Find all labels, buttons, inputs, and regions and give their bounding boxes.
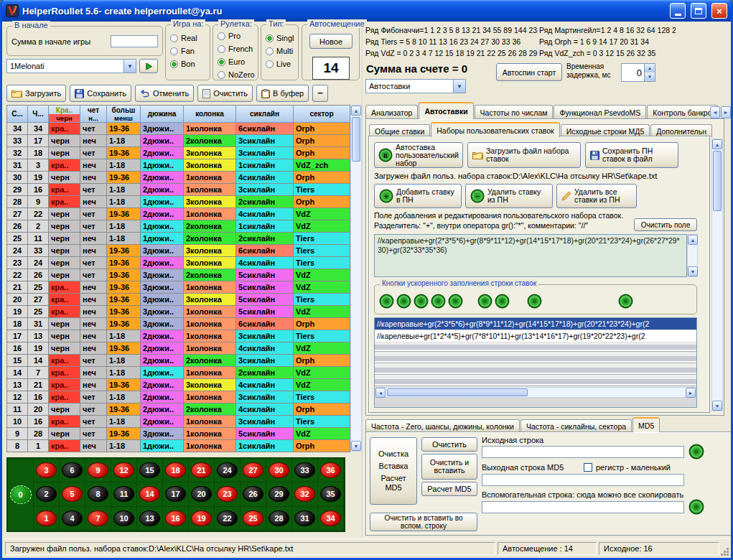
chevron-down-icon[interactable]: ▼ [123, 60, 136, 73]
table-row[interactable]: 1713черннеч1-182дюжи..1колонка3сиклайнTi… [7, 330, 350, 342]
add-bet-button[interactable]: + Добавить ставку в ПН [374, 184, 462, 208]
table-row[interactable]: 1925кра..неч19-363дюжи..1колонка5сиклайн… [7, 306, 350, 318]
board-cell[interactable]: 2 [34, 482, 60, 506]
load-bet-file-button[interactable]: Загрузить файл набора ставок [467, 142, 581, 168]
board-cell[interactable]: 12 [111, 459, 137, 482]
board-cell[interactable]: 14 [137, 482, 163, 506]
board-number[interactable]: 13 [139, 510, 160, 526]
radio-option-euro[interactable]: Euro [218, 56, 258, 67]
resize-grip[interactable] [727, 554, 729, 556]
board-number[interactable]: 28 [269, 510, 289, 526]
list-item[interactable]: //карелевые+gr(1*2*4*5)+gr(7*8*10*11)+gr… [375, 330, 696, 342]
scroll-down-icon[interactable]: ▼ [688, 266, 698, 276]
board-number[interactable]: 3 [36, 462, 57, 478]
scroll-down-icon[interactable]: ▼ [351, 441, 361, 451]
preset-combo[interactable]: 1Melonati ▼ [6, 59, 136, 73]
md5-clear-paste-button[interactable]: Очистить и вставить [421, 454, 477, 480]
board-number[interactable]: 1 [36, 510, 57, 526]
table-row[interactable]: 147кра..неч1-181дюжи..1колонка2сиклайнVd… [7, 367, 350, 379]
list-hscrollbar[interactable]: ◄ ► [375, 387, 696, 398]
table-row[interactable]: 2226чернчет19-363дюжи..2колонка5сиклайнV… [7, 269, 350, 281]
board-number[interactable]: 5 [62, 486, 83, 502]
board-number[interactable]: 29 [269, 486, 289, 502]
to-buffer-button[interactable]: В буфер [256, 85, 309, 102]
scroll-up-icon[interactable]: ▲ [688, 235, 698, 245]
titlebar[interactable]: HelperRoullet 5.6- create helperroullet@… [2, 0, 731, 22]
board-cell[interactable]: 16 [163, 507, 189, 531]
table-row[interactable]: 1514кра..чет1-182дюжи..2колонка3сиклайнO… [7, 355, 350, 367]
board-number-zero[interactable]: 0 [10, 485, 32, 504]
board-number[interactable]: 25 [243, 510, 263, 526]
board-cell[interactable]: 18 [163, 459, 189, 482]
board-number[interactable]: 36 [320, 462, 341, 478]
board-cell[interactable]: 32 [292, 482, 318, 506]
board-number[interactable]: 31 [294, 510, 315, 526]
board-number[interactable]: 12 [113, 462, 134, 478]
board-number[interactable]: 24 [217, 462, 238, 478]
quick-bet-coin-button[interactable] [618, 294, 633, 309]
column-header[interactable]: сиклайн [236, 106, 294, 123]
register-checkbox[interactable] [584, 463, 592, 472]
quick-bet-coin-button[interactable] [379, 294, 394, 309]
tab-bottom-2[interactable]: Частота - сиклайны, сектора [520, 419, 632, 432]
chevron-down-icon[interactable]: ▼ [453, 80, 465, 93]
tabs-scroll-right-icon[interactable]: ► [721, 106, 731, 118]
new-number-button[interactable]: Новое [309, 34, 353, 49]
board-cell[interactable]: 33 [292, 459, 318, 482]
delete-bet-button[interactable]: − Удалить ставку из ПН [465, 184, 553, 208]
autospin-start-button[interactable]: Автоспин старт [496, 63, 562, 81]
board-number[interactable]: 16 [165, 510, 186, 526]
tab-bottom-3[interactable]: MD5 [632, 417, 660, 432]
table-row[interactable]: 1321кра..неч19-362дюжи..3колонка4сиклайн… [7, 379, 350, 391]
table-row[interactable]: 2125кра..неч19-363дюжи..1колонка5сиклайн… [7, 281, 350, 294]
board-number[interactable]: 2 [36, 486, 57, 502]
table-row[interactable]: 928чернчет19-363дюжи..1колонка5сиклайнVd… [7, 428, 350, 440]
board-number[interactable]: 7 [88, 510, 108, 526]
board-number[interactable]: 23 [217, 486, 238, 502]
board-number[interactable]: 17 [165, 486, 186, 502]
table-row[interactable]: 262чернчет1-181дюжи..2колонка1сиклайнVdZ [7, 220, 350, 233]
board-cell[interactable]: 28 [266, 507, 292, 531]
board-cell[interactable]: 21 [189, 459, 215, 482]
board-zero-cell[interactable]: 0 [8, 459, 34, 531]
delete-all-bets-button[interactable]: Удалить все ставки из ПН [556, 184, 637, 208]
board-number[interactable]: 9 [88, 462, 108, 478]
table-row[interactable]: 2433черннеч19-363дюжи..3колонка6сиклайнT… [7, 245, 350, 257]
undo-button[interactable]: Отменить [135, 85, 194, 102]
table-row[interactable]: 1216кра..чет1-182дюжи..1колонка3сиклайнT… [7, 391, 350, 403]
delay-spinner[interactable]: 0 ▲▼ [621, 63, 655, 82]
radio-option-singl[interactable]: Singl [266, 32, 298, 44]
md5-aux-coin-button[interactable] [688, 499, 704, 515]
tab-main-2[interactable]: Автоставки [419, 102, 473, 119]
tab-main-4[interactable]: Функционал PsevdoMS [554, 105, 646, 119]
board-cell[interactable]: 4 [60, 507, 85, 531]
tabs-scroll-left-icon[interactable]: ◄ [710, 106, 720, 118]
board-number[interactable]: 20 [191, 486, 212, 502]
board-cell[interactable]: 1 [34, 507, 60, 531]
tab-main-5[interactable]: Контроль банкро [647, 105, 717, 119]
board-number[interactable]: 27 [243, 462, 263, 478]
md5-aux-input[interactable] [482, 501, 684, 513]
md5-calc-button[interactable]: Расчет MD5 [421, 482, 477, 496]
board-cell[interactable]: 6 [60, 459, 85, 482]
column-header[interactable]: сектор [294, 106, 350, 123]
board-cell[interactable]: 31 [292, 507, 318, 531]
board-number[interactable]: 35 [320, 486, 341, 502]
spinner-down-icon[interactable]: ▼ [645, 73, 655, 81]
bet-set-list[interactable]: //кареправые+gr(2*3*5*6)+gr(8*9*11*12)+g… [374, 317, 697, 408]
table-row[interactable]: 2511черннеч1-181дюжи..2колонка2сиклайнTi… [7, 233, 350, 245]
board-number[interactable]: 19 [191, 510, 212, 526]
column-header[interactable]: Ч... [28, 106, 49, 123]
run-preset-button[interactable] [139, 59, 158, 73]
board-cell[interactable]: 13 [137, 507, 163, 531]
tab-main-1[interactable]: Анализатор [365, 105, 418, 119]
quick-bet-coin-button[interactable] [527, 294, 542, 309]
board-cell[interactable]: 24 [215, 459, 241, 482]
table-row[interactable]: 2916кра..чет1-182дюжи..1колонка3сиклайнT… [7, 184, 350, 196]
column-header[interactable]: колонка [184, 106, 236, 123]
board-cell[interactable]: 19 [189, 507, 215, 531]
table-row[interactable]: 3317черннеч1-182дюжи..2колонка3сиклайнOr… [7, 135, 350, 147]
md5-clear-button[interactable]: Очистить [421, 437, 477, 452]
column-header[interactable]: большменш [107, 106, 141, 123]
radio-option-real[interactable]: Real [170, 32, 210, 44]
